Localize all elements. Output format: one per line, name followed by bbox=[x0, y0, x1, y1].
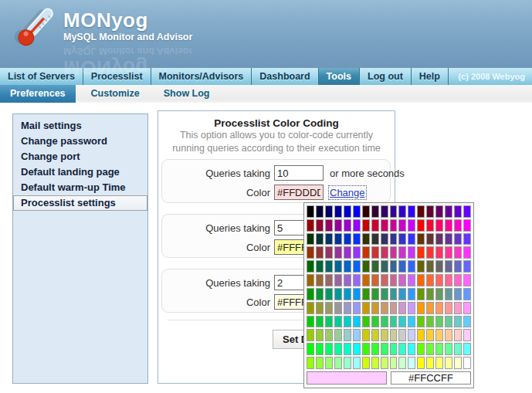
palette-swatch[interactable] bbox=[426, 329, 434, 341]
palette-swatch[interactable] bbox=[307, 246, 314, 259]
palette-swatch[interactable] bbox=[398, 316, 406, 328]
palette-swatch[interactable] bbox=[353, 233, 361, 246]
palette-swatch[interactable] bbox=[307, 316, 314, 328]
palette-swatch[interactable] bbox=[381, 205, 388, 218]
palette-swatch[interactable] bbox=[445, 219, 452, 232]
palette-swatch[interactable] bbox=[362, 260, 370, 273]
palette-swatch[interactable] bbox=[435, 329, 443, 341]
palette-swatch[interactable] bbox=[390, 329, 398, 341]
palette-swatch[interactable] bbox=[408, 233, 415, 246]
palette-swatch[interactable] bbox=[390, 233, 398, 246]
palette-swatch[interactable] bbox=[426, 302, 434, 314]
palette-swatch[interactable] bbox=[445, 260, 452, 273]
palette-swatch[interactable] bbox=[445, 288, 452, 300]
palette-swatch[interactable] bbox=[463, 274, 471, 286]
palette-swatch[interactable] bbox=[435, 260, 443, 273]
palette-swatch[interactable] bbox=[408, 316, 415, 328]
palette-swatch[interactable] bbox=[408, 357, 415, 369]
palette-swatch[interactable] bbox=[454, 246, 462, 259]
palette-swatch[interactable] bbox=[435, 205, 443, 218]
palette-swatch[interactable] bbox=[334, 316, 342, 328]
palette-swatch[interactable] bbox=[390, 302, 398, 314]
palette-swatch[interactable] bbox=[316, 219, 324, 232]
palette-swatch[interactable] bbox=[381, 343, 388, 355]
palette-swatch[interactable] bbox=[344, 329, 351, 341]
palette-swatch[interactable] bbox=[362, 302, 370, 314]
palette-swatch[interactable] bbox=[316, 274, 324, 286]
palette-swatch[interactable] bbox=[435, 219, 443, 232]
palette-swatch[interactable] bbox=[381, 219, 388, 232]
palette-swatch[interactable] bbox=[398, 246, 406, 259]
palette-swatch[interactable] bbox=[398, 274, 406, 286]
palette-swatch[interactable] bbox=[362, 233, 370, 246]
palette-swatch[interactable] bbox=[362, 357, 370, 369]
palette-swatch[interactable] bbox=[334, 329, 342, 341]
palette-swatch[interactable] bbox=[426, 357, 434, 369]
palette-swatch[interactable] bbox=[325, 316, 333, 328]
palette-swatch[interactable] bbox=[426, 246, 434, 259]
palette-swatch[interactable] bbox=[344, 205, 351, 218]
palette-swatch[interactable] bbox=[417, 260, 425, 273]
palette-swatch[interactable] bbox=[426, 316, 434, 328]
palette-swatch[interactable] bbox=[362, 343, 370, 355]
palette-swatch[interactable] bbox=[307, 302, 314, 314]
palette-swatch[interactable] bbox=[316, 302, 324, 314]
nav-tab-help[interactable]: Help bbox=[412, 68, 449, 85]
palette-swatch[interactable] bbox=[316, 205, 324, 218]
palette-swatch[interactable] bbox=[362, 274, 370, 286]
palette-swatch[interactable] bbox=[426, 274, 434, 286]
palette-swatch[interactable] bbox=[316, 316, 324, 328]
palette-swatch[interactable] bbox=[390, 357, 398, 369]
palette-swatch[interactable] bbox=[445, 233, 452, 246]
palette-swatch[interactable] bbox=[408, 205, 415, 218]
palette-swatch[interactable] bbox=[417, 219, 425, 232]
palette-swatch[interactable] bbox=[344, 246, 351, 259]
palette-swatch[interactable] bbox=[426, 288, 434, 300]
palette-swatch[interactable] bbox=[334, 288, 342, 300]
palette-swatch[interactable] bbox=[371, 357, 379, 369]
palette-swatch[interactable] bbox=[344, 316, 351, 328]
palette-swatch[interactable] bbox=[316, 357, 324, 369]
palette-swatch[interactable] bbox=[435, 288, 443, 300]
palette-swatch[interactable] bbox=[463, 260, 471, 273]
palette-swatch[interactable] bbox=[417, 274, 425, 286]
palette-swatch[interactable] bbox=[316, 288, 324, 300]
palette-swatch[interactable] bbox=[325, 302, 333, 314]
palette-swatch[interactable] bbox=[316, 343, 324, 355]
palette-swatch[interactable] bbox=[463, 233, 471, 246]
palette-swatch[interactable] bbox=[408, 302, 415, 314]
palette-swatch[interactable] bbox=[445, 343, 452, 355]
palette-swatch[interactable] bbox=[344, 343, 351, 355]
palette-swatch[interactable] bbox=[454, 316, 462, 328]
palette-swatch[interactable] bbox=[454, 357, 462, 369]
palette-swatch[interactable] bbox=[426, 343, 434, 355]
palette-swatch[interactable] bbox=[454, 260, 462, 273]
palette-swatch[interactable] bbox=[307, 274, 314, 286]
palette-swatch[interactable] bbox=[408, 329, 415, 341]
palette-swatch[interactable] bbox=[371, 219, 379, 232]
palette-swatch[interactable] bbox=[362, 219, 370, 232]
palette-swatch[interactable] bbox=[408, 219, 415, 232]
palette-swatch[interactable] bbox=[381, 302, 388, 314]
color-value-input[interactable] bbox=[274, 185, 324, 200]
sidebar-item-mail-settings[interactable]: Mail settings bbox=[13, 118, 147, 134]
palette-swatch[interactable] bbox=[408, 246, 415, 259]
palette-swatch[interactable] bbox=[307, 219, 314, 232]
palette-swatch[interactable] bbox=[454, 343, 462, 355]
palette-swatch[interactable] bbox=[435, 316, 443, 328]
palette-swatch[interactable] bbox=[381, 316, 388, 328]
palette-swatch[interactable] bbox=[463, 329, 471, 341]
palette-swatch[interactable] bbox=[353, 274, 361, 286]
palette-swatch[interactable] bbox=[334, 357, 342, 369]
palette-swatch[interactable] bbox=[398, 302, 406, 314]
palette-swatch[interactable] bbox=[417, 357, 425, 369]
palette-swatch[interactable] bbox=[344, 219, 351, 232]
nav-tab-dashboard[interactable]: Dashboard bbox=[252, 68, 318, 85]
palette-swatch[interactable] bbox=[307, 205, 314, 218]
palette-swatch[interactable] bbox=[390, 343, 398, 355]
palette-swatch[interactable] bbox=[445, 316, 452, 328]
palette-swatch[interactable] bbox=[417, 288, 425, 300]
palette-swatch[interactable] bbox=[408, 260, 415, 273]
nav-tab-monitors-advisors[interactable]: Monitors/Advisors bbox=[151, 68, 252, 85]
palette-swatch[interactable] bbox=[381, 274, 388, 286]
